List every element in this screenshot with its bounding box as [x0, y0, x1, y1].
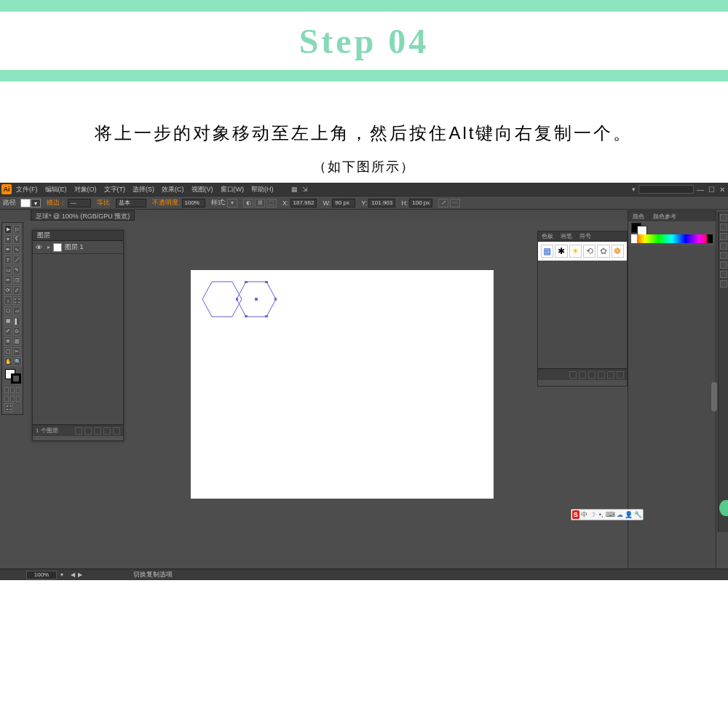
recolor-icon[interactable]: ◐: [243, 199, 253, 207]
draw-inside-icon[interactable]: [16, 396, 20, 402]
workspace-switch-icon[interactable]: ▾: [632, 186, 636, 193]
perspective-tool[interactable]: ▱: [13, 306, 20, 315]
window-close[interactable]: ✕: [719, 186, 725, 194]
opacity-label[interactable]: 不透明度:: [152, 198, 181, 207]
x-field[interactable]: 187.982: [290, 199, 317, 207]
menu-window[interactable]: 窗口(W): [221, 185, 245, 194]
sogou-logo-icon[interactable]: S: [572, 510, 579, 519]
free-transform-tool[interactable]: ⛶: [13, 296, 20, 305]
artboard-nav-prev-icon[interactable]: ◀: [71, 571, 75, 578]
menu-view[interactable]: 视图(V): [191, 185, 213, 194]
layers-panel[interactable]: 图层 👁 ▸ 图层 1 1 个图层: [32, 230, 124, 441]
draw-behind-icon[interactable]: [10, 396, 15, 402]
ime-tool-icon[interactable]: 🔧: [634, 510, 642, 519]
mesh-tool[interactable]: ▦: [4, 317, 12, 325]
symbol-sprayer-tool[interactable]: ✲: [4, 337, 12, 346]
tab-color[interactable]: 颜色: [628, 213, 649, 221]
visibility-toggle-icon[interactable]: 👁: [33, 242, 44, 253]
ime-user-icon[interactable]: 👤: [625, 510, 633, 519]
width-tool[interactable]: ⎀: [4, 296, 12, 305]
arrange-icon[interactable]: ⇲: [302, 186, 308, 193]
ime-softkb-icon[interactable]: ⌨: [606, 510, 614, 519]
symbol-item[interactable]: ✿: [597, 245, 609, 258]
document-tab[interactable]: 足球* @ 100% (RGB/GPU 预览): [31, 210, 135, 221]
place-symbol-icon[interactable]: [579, 371, 586, 379]
artboard-tool[interactable]: ▢: [4, 347, 12, 356]
menu-object[interactable]: 对象(O): [74, 185, 97, 194]
tab-symbols[interactable]: 符号: [576, 232, 595, 240]
bridge-icon[interactable]: ▦: [291, 186, 298, 193]
transform-icon[interactable]: ⤢: [438, 199, 448, 207]
hexagon-copy-selected[interactable]: [236, 281, 277, 317]
dock-icon[interactable]: [720, 214, 727, 221]
type-tool[interactable]: T: [4, 256, 12, 264]
stroke-label[interactable]: 描边：: [47, 198, 66, 207]
rotate-tool[interactable]: ⟳: [4, 286, 12, 295]
artboard[interactable]: [191, 270, 494, 499]
menu-type[interactable]: 文字(T): [104, 185, 126, 194]
color-panel-header[interactable]: 颜色 颜色参考: [628, 211, 716, 221]
blend-tool[interactable]: ⊙: [13, 327, 20, 336]
scale-tool[interactable]: ⤢: [13, 286, 20, 295]
layers-tab[interactable]: 图层: [33, 231, 55, 240]
draw-normal-icon[interactable]: [4, 396, 9, 402]
new-symbol-icon[interactable]: [607, 371, 614, 379]
zoom-field[interactable]: 100%: [26, 571, 57, 579]
y-field[interactable]: 101.903: [368, 199, 395, 207]
color-panel[interactable]: 颜色 颜色参考: [628, 210, 716, 580]
slice-tool[interactable]: ✂: [13, 347, 20, 356]
hand-tool[interactable]: ✋: [4, 357, 12, 366]
w-field[interactable]: 90 px: [332, 199, 355, 207]
rectangle-tool[interactable]: ▭: [4, 266, 12, 274]
stroke-box[interactable]: [11, 373, 21, 384]
delete-symbol-icon[interactable]: [617, 371, 624, 379]
selection-tool[interactable]: ▶: [4, 225, 12, 234]
magic-wand-tool[interactable]: ✶: [4, 235, 12, 244]
screen-mode-icon[interactable]: ⛶: [4, 403, 13, 412]
dock-icon[interactable]: [720, 261, 727, 269]
stroke-weight-field[interactable]: —: [68, 199, 91, 207]
color-mode-gradient-icon[interactable]: [10, 387, 15, 393]
ime-lang-icon[interactable]: 中: [581, 510, 588, 519]
curvature-tool[interactable]: ∿: [13, 245, 20, 254]
lasso-tool[interactable]: ʕ: [13, 235, 20, 244]
dock-icon[interactable]: [720, 242, 727, 250]
delete-layer-icon[interactable]: [113, 427, 120, 435]
locate-object-icon[interactable]: [75, 427, 82, 435]
options-icon[interactable]: ⋯: [450, 199, 460, 207]
brush-def-field[interactable]: 基本: [116, 199, 146, 207]
color-fill-stroke[interactable]: [628, 221, 716, 234]
symbol-item[interactable]: ✱: [555, 245, 567, 258]
window-minimize[interactable]: —: [697, 186, 704, 194]
dock-icon[interactable]: [720, 233, 727, 240]
dock-icon[interactable]: [720, 271, 727, 278]
tab-brushes[interactable]: 画笔: [557, 232, 576, 240]
layer-row[interactable]: 👁 ▸ 图层 1: [33, 241, 123, 254]
ime-punct-icon[interactable]: •,: [598, 510, 605, 519]
zoom-dropdown-icon[interactable]: ▾: [60, 571, 63, 578]
symbol-libraries-icon[interactable]: [569, 371, 577, 379]
search-input[interactable]: [638, 185, 694, 194]
menu-file[interactable]: 文件(F): [16, 185, 38, 194]
symbol-item[interactable]: ⟲: [583, 245, 596, 258]
artboard-nav-next-icon[interactable]: ▶: [78, 571, 82, 578]
shape-builder-icon[interactable]: ⬚: [266, 199, 277, 207]
style-dropdown[interactable]: ▾: [227, 199, 237, 207]
symbols-panel[interactable]: 色板 画笔 符号 ▦ ✱ ☀ ⟲ ✿ ❁: [537, 231, 628, 387]
opacity-field[interactable]: 100%: [182, 199, 205, 207]
fill-stroke-control[interactable]: [5, 369, 24, 385]
window-maximize[interactable]: ☐: [708, 186, 715, 194]
symbol-item[interactable]: ❁: [612, 245, 624, 258]
color-spectrum[interactable]: [631, 234, 713, 243]
h-field[interactable]: 100 px: [409, 199, 432, 207]
make-clip-mask-icon[interactable]: [84, 427, 92, 435]
line-tool[interactable]: ／: [13, 256, 20, 264]
new-sublayer-icon[interactable]: [94, 427, 101, 435]
fill-stroke-swatches[interactable]: ▾: [20, 199, 41, 207]
layer-name[interactable]: 图层 1: [65, 242, 84, 252]
gradient-tool[interactable]: ▌: [13, 317, 20, 325]
layer-expand-icon[interactable]: ▸: [47, 244, 50, 250]
symbol-item[interactable]: ▦: [541, 245, 553, 258]
shaper-tool[interactable]: ✏: [4, 276, 12, 285]
fill-swatch[interactable]: [20, 199, 31, 207]
